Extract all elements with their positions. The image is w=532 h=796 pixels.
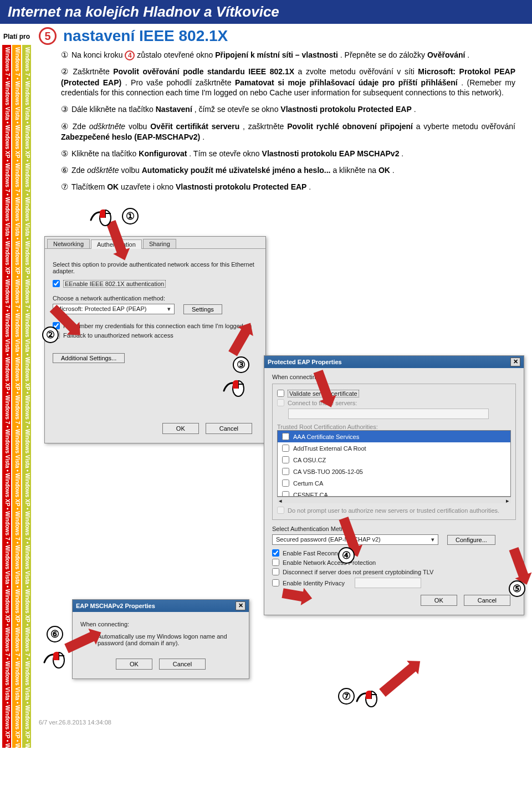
dialog-auth: Networking Authentication Sharing Select… <box>44 236 266 443</box>
chevron-down-icon: ▾ <box>167 305 171 313</box>
screenshots-area: Networking Authentication Sharing Select… <box>39 206 523 716</box>
page-header: Internet na kolejích Hladnov a Vítkovice <box>0 0 532 24</box>
close-icon[interactable]: ✕ <box>510 358 520 366</box>
chk-fast-reconnect[interactable] <box>272 549 279 557</box>
chk-connect-servers <box>277 399 284 406</box>
chk-enable-8021x[interactable] <box>53 280 60 287</box>
listbox-cas[interactable]: AAA Certificate Services AddTrust Extern… <box>277 430 511 497</box>
chk-validate-cert[interactable] <box>277 390 284 397</box>
dialog-peap: Protected EAP Properties ✕ When connecti… <box>264 355 524 615</box>
callout-7: ⑦ <box>338 688 355 705</box>
mschap-when: When connecting: <box>80 621 241 627</box>
footer-meta: 6/7 ver.26.8.2013 14:34:08 <box>39 719 523 726</box>
input-identity <box>355 578 421 588</box>
input-servers <box>288 409 489 419</box>
callout-6: ⑥ <box>47 626 63 642</box>
label-method: Choose a network authentication method: <box>53 295 258 302</box>
num-3: ③ <box>61 104 68 115</box>
close-icon[interactable]: ✕ <box>236 601 245 610</box>
mouse-icon <box>89 207 114 229</box>
btn-configure[interactable]: Configure... <box>447 535 495 545</box>
step-badge: 5 <box>39 27 57 45</box>
select-method[interactable]: Microsoft: Protected EAP (PEAP)▾ <box>53 304 175 314</box>
num-7: ⑦ <box>61 181 68 192</box>
chk-disconnect-crypto[interactable] <box>272 568 279 575</box>
strip-vista: Windows 7 • Windows Vista • Windows XP •… <box>12 45 21 748</box>
btn-ok-mschap[interactable]: OK <box>116 659 152 670</box>
tab-sharing[interactable]: Sharing <box>143 239 176 248</box>
num-6: ⑥ <box>61 165 68 176</box>
mouse-icon <box>222 377 247 400</box>
auth-hint: Select this option to provide authentica… <box>53 261 258 274</box>
btn-additional[interactable]: Additional Settings... <box>53 353 125 363</box>
callout-1: ① <box>122 208 139 224</box>
ref-step-4: 4 <box>125 50 135 60</box>
btn-ok-auth[interactable]: OK <box>162 423 199 434</box>
num-1: ① <box>61 49 68 60</box>
btn-cancel-peap[interactable]: Cancel <box>464 595 510 606</box>
chk-nap[interactable] <box>272 559 279 566</box>
arrow-7 <box>379 662 417 697</box>
peap-title: Protected EAP Properties <box>268 359 342 365</box>
strip-xp: Windows 7 • Windows Vista • Windows XP •… <box>22 45 31 748</box>
label-root-ca: Trusted Root Certification Authorities: <box>277 423 511 430</box>
peap-when: When connecting: <box>272 374 516 380</box>
num-2: ② <box>61 66 68 77</box>
chk-noprompt <box>277 507 284 514</box>
num-4: ④ <box>61 121 68 132</box>
mouse-icon <box>42 649 68 671</box>
strip-windows7: Windows 7 • Windows Vista • Windows XP •… <box>2 45 11 748</box>
step-title: nastavení IEEE 802.1X <box>63 27 228 45</box>
chevron-down-icon: ▾ <box>431 536 434 543</box>
chk-identity-privacy[interactable] <box>272 579 279 586</box>
os-strip: Windows 7 • Windows Vista • Windows XP •… <box>2 45 31 748</box>
btn-settings[interactable]: Settings <box>183 304 222 314</box>
mschap-title: EAP MSCHAPv2 Properties <box>76 603 155 609</box>
btn-ok-peap[interactable]: OK <box>421 595 457 606</box>
btn-cancel-mschap[interactable]: Cancel <box>159 659 206 670</box>
btn-cancel-auth[interactable]: Cancel <box>206 423 252 434</box>
tab-networking[interactable]: Networking <box>47 239 90 248</box>
applies-to-label: Platí pro <box>3 33 30 40</box>
mouse-icon <box>355 688 380 710</box>
num-5: ⑤ <box>61 148 68 159</box>
label-auth-method: Select Authentication Method: <box>272 525 516 532</box>
instructions: ① Na konci kroku 4 zůstalo otevřené okno… <box>39 45 523 203</box>
